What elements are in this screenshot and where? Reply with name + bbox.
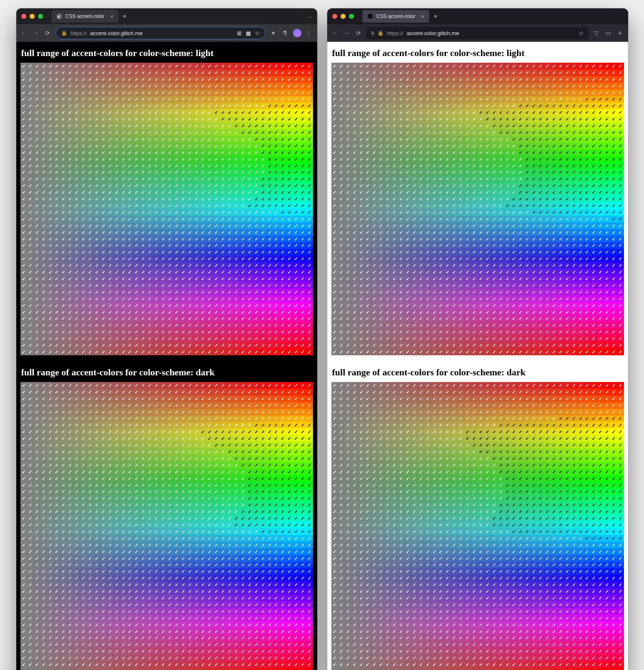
checkbox-cell[interactable]: ✓ bbox=[87, 262, 94, 269]
checkbox-cell[interactable]: ✓ bbox=[424, 69, 431, 76]
checkbox-cell[interactable]: ✓ bbox=[167, 615, 173, 622]
checkbox-cell[interactable]: ✓ bbox=[20, 548, 27, 555]
checkbox-cell[interactable]: ✓ bbox=[604, 409, 611, 415]
checkbox-cell[interactable]: ✓ bbox=[531, 448, 537, 455]
checkbox-cell[interactable]: ✓ bbox=[358, 96, 364, 103]
checkbox-cell[interactable]: ✓ bbox=[87, 489, 94, 495]
checkbox-cell[interactable]: ✓ bbox=[173, 455, 180, 462]
checkbox-cell[interactable]: ✓ bbox=[193, 229, 200, 236]
checkbox-cell[interactable]: ✓ bbox=[113, 648, 120, 655]
checkbox-cell[interactable]: ✓ bbox=[266, 329, 273, 335]
checkbox-cell[interactable]: ✓ bbox=[497, 595, 504, 601]
checkbox-cell[interactable]: ✓ bbox=[424, 296, 431, 302]
checkbox-cell[interactable]: ✓ bbox=[113, 575, 120, 581]
checkbox-cell[interactable]: ✓ bbox=[417, 442, 424, 448]
checkbox-cell[interactable]: ✓ bbox=[33, 309, 40, 316]
checkbox-cell[interactable]: ✓ bbox=[471, 648, 478, 655]
checkbox-cell[interactable]: ✓ bbox=[491, 282, 497, 289]
checkbox-cell[interactable]: ✓ bbox=[384, 102, 391, 109]
checkbox-cell[interactable]: ✓ bbox=[458, 83, 464, 89]
checkbox-cell[interactable]: ✓ bbox=[180, 448, 186, 455]
checkbox-cell[interactable]: ✓ bbox=[47, 196, 53, 202]
checkbox-cell[interactable]: ✓ bbox=[451, 309, 458, 316]
checkbox-cell[interactable]: ✓ bbox=[220, 342, 227, 349]
checkbox-cell[interactable]: ✓ bbox=[411, 622, 417, 628]
checkbox-cell[interactable]: ✓ bbox=[531, 296, 537, 302]
checkbox-cell[interactable]: ✓ bbox=[417, 402, 424, 409]
checkbox-cell[interactable]: ✓ bbox=[280, 475, 286, 482]
checkbox-cell[interactable]: ✓ bbox=[597, 116, 604, 122]
checkbox-cell[interactable]: ✓ bbox=[280, 389, 286, 395]
checkbox-cell[interactable]: ✓ bbox=[398, 515, 405, 522]
checkbox-cell[interactable]: ✓ bbox=[140, 668, 147, 670]
checkbox-cell[interactable]: ✓ bbox=[153, 76, 160, 83]
checkbox-cell[interactable]: ✓ bbox=[577, 588, 584, 595]
checkbox-cell[interactable]: ✓ bbox=[378, 202, 384, 209]
checkbox-cell[interactable]: ✓ bbox=[338, 628, 344, 635]
checkbox-cell[interactable]: ✓ bbox=[391, 542, 398, 548]
checkbox-cell[interactable]: ✓ bbox=[444, 601, 451, 608]
checkbox-cell[interactable]: ✓ bbox=[127, 588, 133, 595]
checkbox-cell[interactable]: ✓ bbox=[47, 96, 53, 103]
checkbox-cell[interactable]: ✓ bbox=[557, 262, 564, 269]
checkbox-cell[interactable]: ✓ bbox=[411, 222, 417, 229]
checkbox-cell[interactable]: ✓ bbox=[67, 335, 74, 342]
checkbox-cell[interactable]: ✓ bbox=[511, 508, 517, 515]
checkbox-cell[interactable]: ✓ bbox=[358, 122, 364, 129]
checkbox-cell[interactable]: ✓ bbox=[544, 601, 551, 608]
checkbox-cell[interactable]: ✓ bbox=[246, 482, 253, 489]
checkbox-cell[interactable]: ✓ bbox=[458, 422, 464, 428]
checkbox-cell[interactable]: ✓ bbox=[484, 568, 491, 575]
checkbox-cell[interactable]: ✓ bbox=[200, 422, 206, 428]
checkbox-cell[interactable]: ✓ bbox=[524, 349, 531, 355]
checkbox-cell[interactable]: ✓ bbox=[331, 542, 338, 548]
checkbox-cell[interactable]: ✓ bbox=[577, 522, 584, 528]
checkbox-cell[interactable]: ✓ bbox=[557, 422, 564, 428]
checkbox-cell[interactable]: ✓ bbox=[504, 489, 511, 495]
checkbox-cell[interactable]: ✓ bbox=[40, 555, 47, 562]
checkbox-cell[interactable]: ✓ bbox=[80, 209, 87, 216]
checkbox-cell[interactable]: ✓ bbox=[604, 275, 611, 282]
checkbox-cell[interactable]: ✓ bbox=[331, 635, 338, 642]
checkbox-cell[interactable]: ✓ bbox=[597, 555, 604, 562]
checkbox-cell[interactable]: ✓ bbox=[557, 455, 564, 462]
checkbox-cell[interactable]: ✓ bbox=[398, 535, 405, 542]
checkbox-cell[interactable]: ✓ bbox=[280, 209, 286, 216]
checkbox-cell[interactable]: ✓ bbox=[391, 448, 398, 455]
checkbox-cell[interactable]: ✓ bbox=[424, 275, 431, 282]
checkbox-cell[interactable]: ✓ bbox=[411, 236, 417, 242]
checkbox-cell[interactable]: ✓ bbox=[611, 528, 617, 535]
checkbox-cell[interactable]: ✓ bbox=[233, 156, 240, 163]
checkbox-cell[interactable]: ✓ bbox=[253, 302, 260, 309]
checkbox-cell[interactable]: ✓ bbox=[604, 216, 611, 222]
checkbox-cell[interactable]: ✓ bbox=[173, 648, 180, 655]
checkbox-cell[interactable]: ✓ bbox=[451, 522, 458, 528]
checkbox-cell[interactable]: ✓ bbox=[577, 182, 584, 189]
checkbox-cell[interactable]: ✓ bbox=[544, 469, 551, 475]
checkbox-cell[interactable]: ✓ bbox=[511, 302, 517, 309]
checkbox-cell[interactable]: ✓ bbox=[451, 329, 458, 335]
checkbox-cell[interactable]: ✓ bbox=[504, 349, 511, 355]
checkbox-cell[interactable]: ✓ bbox=[100, 495, 107, 502]
checkbox-cell[interactable]: ✓ bbox=[517, 109, 524, 116]
checkbox-cell[interactable]: ✓ bbox=[451, 269, 458, 275]
checkbox-cell[interactable]: ✓ bbox=[331, 242, 338, 249]
checkbox-cell[interactable]: ✓ bbox=[491, 548, 497, 555]
checkbox-cell[interactable]: ✓ bbox=[584, 275, 591, 282]
checkbox-cell[interactable]: ✓ bbox=[53, 316, 60, 322]
checkbox-cell[interactable]: ✓ bbox=[511, 262, 517, 269]
checkbox-cell[interactable]: ✓ bbox=[544, 109, 551, 116]
checkbox-cell[interactable]: ✓ bbox=[47, 448, 53, 455]
checkbox-cell[interactable]: ✓ bbox=[220, 269, 227, 275]
checkbox-cell[interactable]: ✓ bbox=[411, 129, 417, 136]
checkbox-cell[interactable]: ✓ bbox=[351, 102, 358, 109]
checkbox-cell[interactable]: ✓ bbox=[180, 182, 186, 189]
checkbox-cell[interactable]: ✓ bbox=[597, 255, 604, 262]
checkbox-cell[interactable]: ✓ bbox=[384, 249, 391, 255]
checkbox-cell[interactable]: ✓ bbox=[200, 102, 206, 109]
checkbox-cell[interactable]: ✓ bbox=[180, 601, 186, 608]
checkbox-cell[interactable]: ✓ bbox=[544, 435, 551, 442]
checkbox-cell[interactable]: ✓ bbox=[604, 122, 611, 129]
checkbox-cell[interactable]: ✓ bbox=[484, 502, 491, 508]
checkbox-cell[interactable]: ✓ bbox=[40, 335, 47, 342]
